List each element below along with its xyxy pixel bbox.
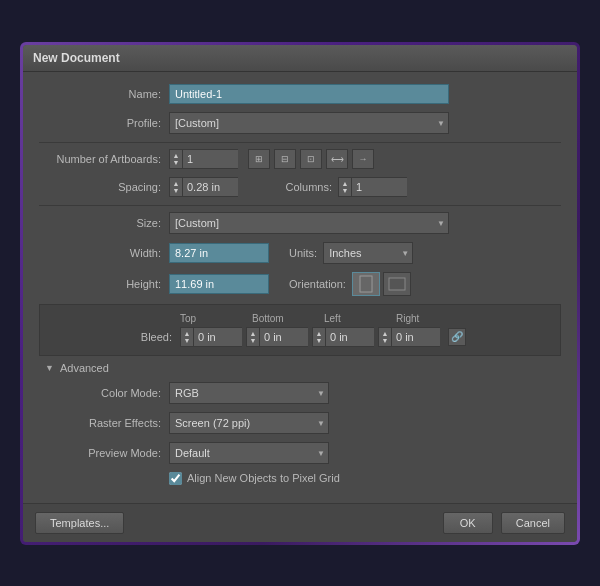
dialog-body: Name: Profile: [Custom] Number of Artboa… xyxy=(23,72,577,503)
color-mode-row: Color Mode: RGB CMYK xyxy=(59,382,561,404)
columns-spinner-btn[interactable]: ▲▼ xyxy=(338,177,352,197)
bleed-right-input[interactable] xyxy=(392,327,440,347)
height-row: Height: Orientation: xyxy=(39,272,561,296)
orientation-buttons xyxy=(352,272,411,296)
artboards-spinner-btn[interactable]: ▲▼ xyxy=(169,149,183,169)
divider-1 xyxy=(39,142,561,143)
align-checkbox-label: Align New Objects to Pixel Grid xyxy=(187,472,340,484)
units-label: Units: xyxy=(289,247,323,259)
bleed-spacer xyxy=(50,313,180,324)
advanced-arrow-icon: ▼ xyxy=(45,363,54,373)
artboards-spinner: ▲▼ xyxy=(169,149,238,169)
spacing-spinner: ▲▼ xyxy=(169,177,238,197)
bleed-bottom-input[interactable] xyxy=(260,327,308,347)
preview-mode-row: Preview Mode: Default Pixel Overprint xyxy=(59,442,561,464)
new-document-dialog: New Document Name: Profile: [Custom] N xyxy=(23,45,577,542)
artboard-row-icon[interactable]: ⊟ xyxy=(274,149,296,169)
advanced-section: ▼ Advanced Color Mode: RGB CMYK xyxy=(39,362,561,485)
bleed-label: Bleed: xyxy=(50,331,180,343)
color-mode-select-wrapper: RGB CMYK xyxy=(169,382,329,404)
width-row: Width: Units: Inches Millimeters Centime… xyxy=(39,242,561,264)
svg-rect-1 xyxy=(389,278,405,290)
ok-button[interactable]: OK xyxy=(443,512,493,534)
name-row: Name: xyxy=(39,84,561,104)
raster-effects-select-wrapper: Screen (72 ppi) Medium (150 ppi) High (3… xyxy=(169,412,329,434)
artboard-col-icon[interactable]: ⊡ xyxy=(300,149,322,169)
bleed-right-btn[interactable]: ▲▼ xyxy=(378,327,392,347)
size-row: Size: [Custom] xyxy=(39,212,561,234)
size-select[interactable]: [Custom] xyxy=(169,212,449,234)
raster-effects-select[interactable]: Screen (72 ppi) Medium (150 ppi) High (3… xyxy=(169,412,329,434)
orientation-label: Orientation: xyxy=(289,278,352,290)
columns-spinner: ▲▼ xyxy=(338,177,407,197)
bleed-section: Top Bottom Left Right Bleed: ▲▼ ▲▼ xyxy=(39,304,561,356)
dialog-wrapper: New Document Name: Profile: [Custom] N xyxy=(20,42,580,545)
units-select-wrapper: Inches Millimeters Centimeters Points Pi… xyxy=(323,242,413,264)
bleed-inputs-row: Bleed: ▲▼ ▲▼ ▲▼ xyxy=(50,327,550,347)
height-input[interactable] xyxy=(169,274,269,294)
columns-group: Columns: ▲▼ xyxy=(268,177,407,197)
advanced-label: Advanced xyxy=(60,362,109,374)
bleed-right-spinner: ▲▼ xyxy=(378,327,440,347)
spacing-label: Spacing: xyxy=(39,181,169,193)
footer-right-buttons: OK Cancel xyxy=(443,512,565,534)
bleed-left-input[interactable] xyxy=(326,327,374,347)
width-label: Width: xyxy=(39,247,169,259)
landscape-btn[interactable] xyxy=(383,272,411,296)
profile-row: Profile: [Custom] xyxy=(39,112,561,134)
align-checkbox-row: Align New Objects to Pixel Grid xyxy=(169,472,561,485)
units-select[interactable]: Inches Millimeters Centimeters Points Pi… xyxy=(323,242,413,264)
artboard-arrow-icon[interactable]: → xyxy=(352,149,374,169)
artboard-controls: ⊞ ⊟ ⊡ ⟷ → xyxy=(248,149,374,169)
align-checkbox[interactable] xyxy=(169,472,182,485)
size-select-wrapper: [Custom] xyxy=(169,212,449,234)
title-bar: New Document xyxy=(23,45,577,72)
columns-label: Columns: xyxy=(268,181,338,193)
portrait-btn[interactable] xyxy=(352,272,380,296)
spacing-spinner-btn[interactable]: ▲▼ xyxy=(169,177,183,197)
divider-2 xyxy=(39,205,561,206)
color-mode-select[interactable]: RGB CMYK xyxy=(169,382,329,404)
bleed-left-btn[interactable]: ▲▼ xyxy=(312,327,326,347)
bleed-bottom-btn[interactable]: ▲▼ xyxy=(246,327,260,347)
raster-effects-label: Raster Effects: xyxy=(59,417,169,429)
profile-label: Profile: xyxy=(39,117,169,129)
profile-select-wrapper: [Custom] xyxy=(169,112,449,134)
artboard-grid-icon[interactable]: ⊞ xyxy=(248,149,270,169)
height-label: Height: xyxy=(39,278,169,290)
bleed-inputs-group: ▲▼ ▲▼ ▲▼ ▲▼ xyxy=(180,327,466,347)
templates-button[interactable]: Templates... xyxy=(35,512,124,534)
artboards-row: Number of Artboards: ▲▼ ⊞ ⊟ ⊡ ⟷ → xyxy=(39,149,561,169)
advanced-content: Color Mode: RGB CMYK Raster Effects: xyxy=(39,382,561,485)
svg-rect-0 xyxy=(360,276,372,292)
preview-mode-select[interactable]: Default Pixel Overprint xyxy=(169,442,329,464)
dialog-title: New Document xyxy=(33,51,120,65)
profile-select[interactable]: [Custom] xyxy=(169,112,449,134)
artboard-arrange-icon[interactable]: ⟷ xyxy=(326,149,348,169)
bleed-top-spinner: ▲▼ xyxy=(180,327,242,347)
bleed-top-btn[interactable]: ▲▼ xyxy=(180,327,194,347)
bleed-bottom-header: Bottom xyxy=(252,313,324,324)
advanced-toggle[interactable]: ▼ Advanced xyxy=(39,362,561,374)
spacing-row: Spacing: ▲▼ Columns: ▲▼ xyxy=(39,177,561,197)
preview-mode-label: Preview Mode: xyxy=(59,447,169,459)
color-mode-label: Color Mode: xyxy=(59,387,169,399)
artboards-label: Number of Artboards: xyxy=(39,153,169,165)
width-input[interactable] xyxy=(169,243,269,263)
name-input[interactable] xyxy=(169,84,449,104)
bleed-top-input[interactable] xyxy=(194,327,242,347)
size-label: Size: xyxy=(39,217,169,229)
bleed-left-spinner: ▲▼ xyxy=(312,327,374,347)
link-icon[interactable]: 🔗 xyxy=(448,328,466,346)
dialog-footer: Templates... OK Cancel xyxy=(23,503,577,542)
bleed-left-header: Left xyxy=(324,313,396,324)
columns-input[interactable] xyxy=(352,177,407,197)
cancel-button[interactable]: Cancel xyxy=(501,512,565,534)
spacing-input[interactable] xyxy=(183,177,238,197)
bleed-header-row: Top Bottom Left Right xyxy=(50,313,550,324)
bleed-top-header: Top xyxy=(180,313,252,324)
artboards-input[interactable] xyxy=(183,149,238,169)
bleed-bottom-spinner: ▲▼ xyxy=(246,327,308,347)
preview-mode-select-wrapper: Default Pixel Overprint xyxy=(169,442,329,464)
bleed-right-header: Right xyxy=(396,313,468,324)
